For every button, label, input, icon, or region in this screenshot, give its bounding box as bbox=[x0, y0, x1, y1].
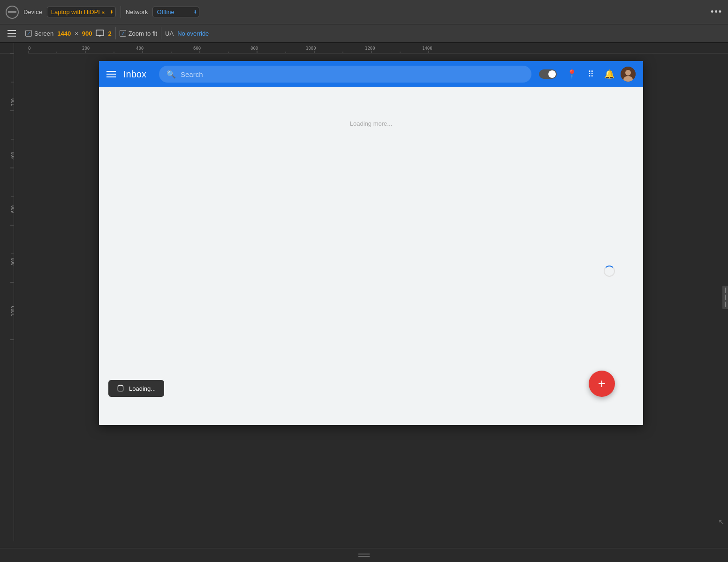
screen-width: 1440 bbox=[57, 30, 71, 37]
bottom-bar bbox=[0, 548, 728, 562]
screen-icon bbox=[96, 29, 104, 38]
zoom-label: Zoom to fit bbox=[129, 30, 157, 37]
toolbar-row2: Screen 1440 × 900 2 Zoom to fit UA No ov… bbox=[0, 24, 728, 43]
loading-text: Loading more... bbox=[350, 120, 392, 127]
more-options-icon[interactable]: ••• bbox=[711, 7, 722, 17]
svg-text:400: 400 bbox=[136, 46, 144, 51]
svg-text:0: 0 bbox=[28, 46, 30, 51]
toolbar-left: Device Laptop with HiDPI s Network Offli… bbox=[6, 6, 711, 19]
svg-text:200: 200 bbox=[82, 46, 90, 51]
ua-value: No override bbox=[177, 30, 209, 37]
svg-point-44 bbox=[625, 70, 631, 76]
svg-rect-0 bbox=[96, 30, 104, 36]
viewport-wrapper: Inbox 🔍 Search 📍 ⠿ 🔔 bbox=[14, 53, 728, 541]
search-icon: 🔍 bbox=[167, 70, 176, 79]
device-select-wrapper[interactable]: Laptop with HiDPI s bbox=[47, 7, 116, 17]
h-ruler: 0 200 400 600 800 1000 1200 1400 bbox=[28, 43, 728, 53]
toolbar-row1: Device Laptop with HiDPI s Network Offli… bbox=[0, 0, 728, 24]
right-resize-handle[interactable] bbox=[722, 286, 728, 309]
screen-checkbox[interactable] bbox=[25, 30, 32, 37]
toolbar-separator-1 bbox=[121, 6, 121, 18]
svg-text:1000: 1000 bbox=[306, 46, 316, 51]
v-ruler: 0 200 400 600 800 1000 bbox=[0, 53, 14, 541]
toast-text: Loading... bbox=[129, 385, 156, 392]
ruler-corner bbox=[0, 43, 14, 53]
browser-frame: Inbox 🔍 Search 📍 ⠿ 🔔 bbox=[99, 61, 643, 425]
notifications-icon[interactable]: 🔔 bbox=[602, 67, 617, 82]
gmail-icons-right: 📍 ⠿ 🔔 bbox=[564, 67, 636, 82]
gmail-search-bar[interactable]: 🔍 Search bbox=[159, 66, 531, 83]
svg-text:1400: 1400 bbox=[422, 46, 432, 51]
resize-arrow-icon[interactable]: ↖ bbox=[718, 517, 724, 526]
screen-x: × bbox=[75, 30, 78, 37]
svg-text:600: 600 bbox=[193, 46, 201, 51]
bottom-handle[interactable] bbox=[358, 554, 370, 557]
device-select[interactable]: Laptop with HiDPI s bbox=[47, 7, 116, 17]
zoom-checkbox-label[interactable]: Zoom to fit bbox=[120, 30, 157, 37]
toggle-thumb bbox=[548, 70, 556, 78]
gmail-content: Loading more... + Loading... bbox=[99, 87, 643, 425]
hamburger-icon[interactable] bbox=[6, 28, 18, 38]
screen-checkbox-label[interactable]: Screen bbox=[25, 30, 53, 37]
main-area: 0 200 400 600 800 1000 bbox=[0, 53, 728, 541]
v-ruler-svg: 0 200 400 600 800 1000 bbox=[0, 53, 14, 541]
screen-label: Screen bbox=[34, 30, 53, 37]
network-label: Network bbox=[126, 8, 148, 15]
stop-icon[interactable] bbox=[6, 6, 19, 19]
h-ruler-svg: 0 200 400 600 800 1000 1200 1400 bbox=[28, 43, 728, 53]
search-placeholder: Search bbox=[181, 70, 203, 78]
toolbar-right: ••• bbox=[711, 7, 722, 17]
svg-text:600: 600 bbox=[11, 205, 14, 213]
network-select-wrapper[interactable]: Offline bbox=[152, 7, 199, 17]
toast-spinner bbox=[117, 385, 124, 392]
zoom-checkbox[interactable] bbox=[120, 30, 126, 37]
gmail-toggle[interactable] bbox=[539, 69, 557, 79]
svg-text:200: 200 bbox=[11, 99, 14, 106]
screen-height: 900 bbox=[82, 30, 92, 37]
gmail-header: Inbox 🔍 Search 📍 ⠿ 🔔 bbox=[99, 61, 643, 87]
ruler-row: 0 200 400 600 800 1000 1200 1400 bbox=[0, 43, 728, 53]
device-label: Device bbox=[23, 8, 42, 15]
svg-text:1200: 1200 bbox=[365, 46, 375, 51]
screen-row: Screen 1440 × 900 2 Zoom to fit UA No ov… bbox=[25, 27, 722, 39]
toggle-track[interactable] bbox=[539, 69, 557, 79]
gmail-menu-icon[interactable] bbox=[106, 71, 116, 77]
network-select[interactable]: Offline bbox=[152, 7, 199, 17]
gmail-title: Inbox bbox=[123, 69, 152, 80]
compose-fab[interactable]: + bbox=[589, 371, 615, 397]
screen-count: 2 bbox=[108, 30, 111, 37]
toolbar-separator-3 bbox=[161, 27, 161, 39]
svg-text:400: 400 bbox=[11, 152, 14, 159]
svg-text:800: 800 bbox=[11, 258, 14, 266]
toolbar-separator-2 bbox=[115, 27, 116, 39]
ua-label: UA bbox=[165, 30, 174, 37]
map-pin-icon[interactable]: 📍 bbox=[564, 67, 579, 82]
loading-toast: Loading... bbox=[108, 380, 164, 397]
svg-text:800: 800 bbox=[250, 46, 258, 51]
apps-grid-icon[interactable]: ⠿ bbox=[583, 67, 598, 82]
content-spinner bbox=[604, 266, 615, 277]
avatar[interactable] bbox=[621, 67, 636, 82]
